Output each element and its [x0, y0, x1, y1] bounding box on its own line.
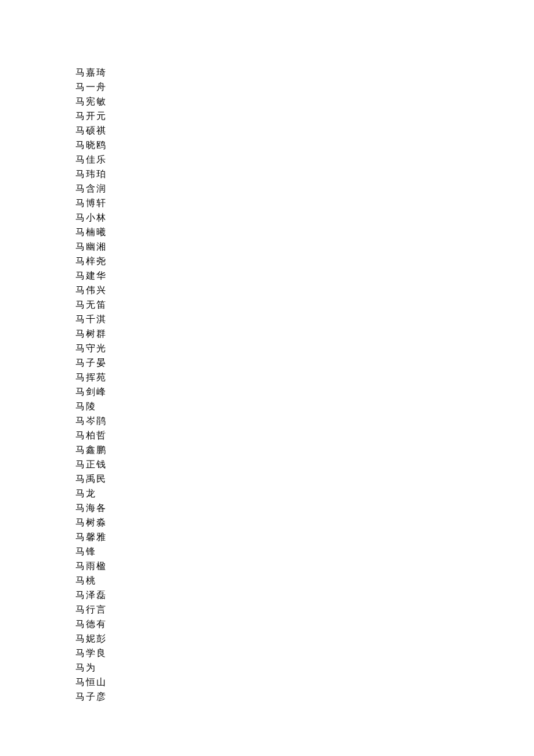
name-item: 马玮珀 [75, 167, 534, 181]
name-item: 马学良 [75, 646, 534, 660]
name-item: 马伟兴 [75, 283, 534, 297]
name-item: 马无笛 [75, 297, 534, 312]
name-item: 马千淇 [75, 312, 534, 326]
name-item: 马海各 [75, 501, 534, 515]
name-item: 马子晏 [75, 355, 534, 370]
name-item: 马正钱 [75, 457, 534, 471]
name-item: 马岑鹃 [75, 413, 534, 428]
name-item: 马含润 [75, 181, 534, 196]
name-item: 马守光 [75, 341, 534, 355]
name-item: 马恒山 [75, 675, 534, 689]
name-item: 马佳乐 [75, 152, 534, 167]
name-item: 马剑峰 [75, 384, 534, 399]
name-item: 马雨楹 [75, 559, 534, 573]
name-item: 马楠曦 [75, 225, 534, 239]
name-item: 马龙 [75, 486, 534, 501]
name-item: 马挥苑 [75, 370, 534, 384]
name-item: 马晓鸥 [75, 138, 534, 152]
name-item: 马德有 [75, 617, 534, 631]
name-item: 马一舟 [75, 80, 534, 94]
name-item: 马梓尧 [75, 254, 534, 268]
name-item: 马行言 [75, 602, 534, 617]
name-item: 马鑫鹏 [75, 442, 534, 457]
name-item: 马陵 [75, 399, 534, 413]
name-item: 马禹民 [75, 471, 534, 486]
name-item: 马宪敏 [75, 94, 534, 109]
name-item: 马桃 [75, 573, 534, 588]
name-item: 马馨雅 [75, 530, 534, 544]
name-item: 马柏哲 [75, 428, 534, 442]
name-item: 马妮彭 [75, 631, 534, 646]
name-item: 马建华 [75, 268, 534, 283]
name-item: 马锋 [75, 544, 534, 559]
name-item: 马为 [75, 660, 534, 675]
name-item: 马子彦 [75, 689, 534, 704]
name-item: 马泽磊 [75, 588, 534, 602]
name-item: 马树群 [75, 326, 534, 341]
name-item: 马小林 [75, 210, 534, 225]
name-item: 马开元 [75, 109, 534, 123]
name-item: 马硕祺 [75, 123, 534, 138]
name-item: 马博轩 [75, 196, 534, 210]
name-item: 马幽湘 [75, 239, 534, 254]
name-item: 马嘉琦 [75, 65, 534, 80]
name-list: 马嘉琦马一舟马宪敏马开元马硕祺马晓鸥马佳乐马玮珀马含润马博轩马小林马楠曦马幽湘马… [75, 65, 534, 704]
name-item: 马树淼 [75, 515, 534, 530]
